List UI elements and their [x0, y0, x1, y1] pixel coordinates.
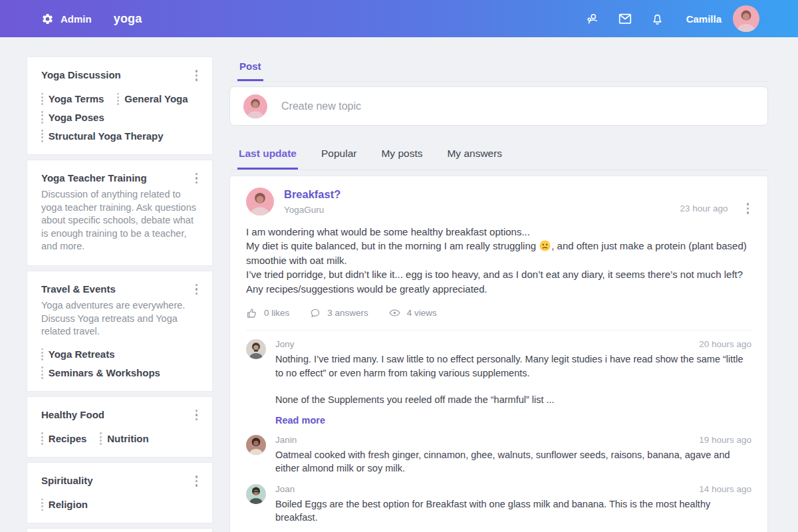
drag-handle-icon[interactable]	[41, 499, 43, 511]
avatar	[246, 435, 266, 455]
drag-handle-icon[interactable]	[41, 348, 43, 361]
answers-count: 3 answers	[327, 308, 368, 318]
views-count: 4 views	[407, 308, 437, 318]
kebab-menu-icon[interactable]	[193, 408, 201, 423]
app-screen: Admin yoga Camilla Yoga Discus	[0, 0, 798, 532]
tab-my-posts[interactable]: My posts	[380, 145, 424, 170]
tab-last-update[interactable]: Last update	[237, 145, 298, 170]
answer-timestamp: 19 hours ago	[699, 435, 751, 445]
answer-author: Jony	[275, 339, 295, 349]
subcategory-general-yoga[interactable]: General Yoga	[117, 93, 188, 106]
subcategory-nutrition[interactable]: Nutrition	[100, 432, 148, 445]
main-content: Post Create new topic Last update Popula…	[229, 57, 768, 532]
brand-logo[interactable]: yoga	[114, 12, 142, 26]
answer-text: Boiled Eggs are the best option for Brea…	[275, 497, 751, 525]
answer-text: Oatmeal cooked with fresh ginger, cinnam…	[275, 448, 751, 475]
avatar	[246, 188, 274, 215]
avatar	[246, 484, 266, 504]
category-card-healthy-food: Healthy Food Recipes Nutrition	[27, 396, 213, 458]
categories-sidebar: Yoga Discussion Yoga Terms General Yoga …	[27, 57, 213, 532]
category-description: Discussion of anything related to yoga t…	[41, 188, 200, 253]
comment-icon	[309, 307, 321, 319]
page-body: Yoga Discussion Yoga Terms General Yoga …	[0, 37, 798, 532]
gear-icon	[40, 11, 55, 26]
avatar[interactable]	[733, 5, 759, 32]
category-title[interactable]: Yoga Discussion	[41, 68, 121, 80]
category-card-yoga-teacher-training: Yoga Teacher Training Discussion of anyt…	[27, 160, 213, 266]
feed-tab-bar: Last update Popular My posts My answers	[229, 145, 768, 170]
category-title[interactable]: Yoga Teacher Training	[41, 171, 147, 184]
answers-list: Jony 20 hours ago Nothing. I’ve tried ma…	[246, 331, 751, 525]
subcategory-yoga-terms[interactable]: Yoga Terms	[41, 93, 104, 106]
tab-my-answers[interactable]: My answers	[446, 145, 503, 170]
post-body: I am wondering what would be some health…	[246, 225, 751, 297]
drag-handle-icon[interactable]	[41, 432, 43, 445]
drag-handle-icon[interactable]	[41, 111, 43, 124]
mail-icon[interactable]	[618, 11, 632, 26]
avatar	[243, 94, 267, 118]
post-tab-bar: Post	[229, 57, 768, 82]
header-actions: Camilla	[585, 5, 759, 32]
post-line: I am wondering what would be some health…	[246, 225, 751, 239]
post-title[interactable]: Breakfast?	[284, 188, 340, 201]
answer-text: Nothing. I’ve tried many. I saw little t…	[275, 352, 751, 380]
tab-popular[interactable]: Popular	[320, 145, 358, 170]
kebab-menu-icon[interactable]	[744, 201, 752, 216]
drag-handle-icon[interactable]	[41, 130, 43, 142]
subcategory-recipes[interactable]: Recipes	[41, 432, 86, 445]
category-description: Yoga adventures are everywhere. Discuss …	[41, 299, 200, 338]
answer-author: Joan	[275, 484, 295, 494]
bell-icon[interactable]	[650, 11, 665, 26]
subcategory-yoga-retreats[interactable]: Yoga Retreats	[41, 348, 115, 361]
post-header: Breakfast? YogaGuru 23 hour ago	[246, 188, 751, 216]
confused-face-emoji	[539, 240, 551, 251]
category-title[interactable]: Travel & Events	[41, 282, 116, 295]
category-card-lifestyle-fashion: Lifestyle & Fashion Discuss all things Y…	[27, 528, 213, 532]
user-name[interactable]: Camilla	[686, 13, 722, 25]
subcategory-structural-yoga-therapy[interactable]: Structural Yoga Therapy	[41, 130, 164, 142]
read-more-link[interactable]: Read more	[275, 415, 325, 426]
answer-item: Joan 14 hours ago Boiled Eggs are the be…	[246, 484, 751, 525]
create-topic-placeholder: Create new topic	[281, 100, 361, 112]
post-line: My diet is quite balanced, but in the mo…	[246, 239, 751, 267]
answers-stat[interactable]: 3 answers	[309, 307, 368, 319]
likes-count: 0 likes	[264, 308, 289, 318]
drag-handle-icon[interactable]	[41, 366, 43, 379]
thumbs-up-icon	[246, 307, 258, 319]
drag-handle-icon[interactable]	[41, 93, 43, 106]
admin-label: Admin	[61, 13, 92, 25]
drag-handle-icon[interactable]	[117, 93, 119, 106]
avatar	[246, 339, 266, 359]
top-navbar: Admin yoga Camilla	[0, 0, 798, 37]
category-title[interactable]: Healthy Food	[41, 408, 104, 420]
post-timestamp: 23 hour ago	[680, 203, 728, 213]
post-stats: 0 likes 3 answers 4 views	[246, 307, 751, 331]
category-card-travel-events: Travel & Events Yoga adventures are ever…	[27, 271, 213, 392]
answer-author: Janin	[275, 435, 297, 445]
subcategory-religion[interactable]: Religion	[41, 499, 88, 511]
subcategory-seminars-workshops[interactable]: Seminars & Workshops	[41, 366, 160, 379]
post-card: Breakfast? YogaGuru 23 hour ago I am won…	[229, 176, 768, 532]
answer-text: None of the Supplements you reeled off m…	[275, 393, 751, 407]
answer-item: Jony 20 hours ago Nothing. I’ve tried ma…	[246, 339, 751, 426]
drag-handle-icon[interactable]	[100, 432, 102, 445]
post-line: I’ve tried porridge, but didn’t like it.…	[246, 267, 751, 282]
post-author: YogaGuru	[284, 205, 340, 215]
kebab-menu-icon[interactable]	[193, 282, 201, 297]
likes-button[interactable]: 0 likes	[246, 307, 289, 319]
kebab-menu-icon[interactable]	[193, 473, 201, 489]
answer-timestamp: 20 hours ago	[699, 339, 751, 349]
kebab-menu-icon[interactable]	[193, 68, 201, 83]
category-card-yoga-discussion: Yoga Discussion Yoga Terms General Yoga …	[27, 57, 213, 155]
answer-item: Janin 19 hours ago Oatmeal cooked with f…	[246, 435, 751, 475]
admin-menu[interactable]: Admin	[40, 11, 92, 26]
category-title[interactable]: Spirituality	[41, 473, 93, 486]
tab-post[interactable]: Post	[237, 57, 263, 81]
eye-icon	[388, 307, 401, 319]
user-contacts-icon[interactable]	[585, 11, 600, 26]
views-stat: 4 views	[388, 307, 437, 319]
create-topic-input[interactable]: Create new topic	[229, 86, 768, 126]
post-line: Any recipes/suggestions would be greatly…	[246, 282, 751, 297]
kebab-menu-icon[interactable]	[193, 171, 201, 186]
subcategory-yoga-poses[interactable]: Yoga Poses	[41, 111, 104, 124]
